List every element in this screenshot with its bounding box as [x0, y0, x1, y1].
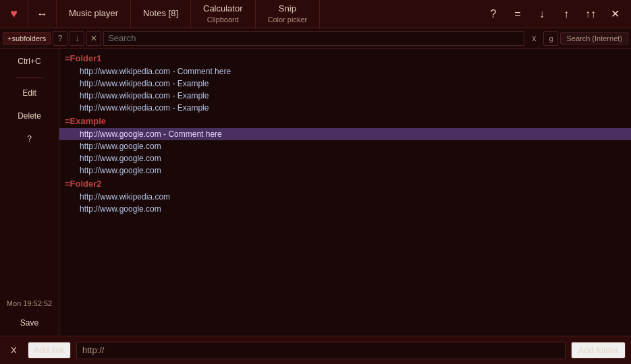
- up-up-icon[interactable]: ↑↑: [580, 3, 601, 25]
- tab-snip[interactable]: Snip Color picker: [256, 0, 321, 28]
- search-internet-button[interactable]: Search (Internet): [560, 32, 628, 44]
- list-item[interactable]: http://www.google.com: [59, 152, 631, 164]
- list-item[interactable]: http://www.google.com: [59, 203, 631, 215]
- subfolders-button[interactable]: +subfolders: [3, 32, 51, 44]
- search-input[interactable]: [103, 31, 524, 46]
- folder-header-example[interactable]: =Example: [59, 114, 631, 128]
- time-display: Mon 19:52:52: [7, 299, 52, 307]
- add-link-button[interactable]: Add link: [28, 342, 71, 359]
- list-item[interactable]: http://www.google.com: [59, 140, 631, 152]
- tab-calculator[interactable]: Calculator Clipboard: [191, 0, 256, 28]
- ctrl-c-button[interactable]: Ctrl+C: [15, 54, 43, 69]
- equals-icon[interactable]: =: [507, 3, 528, 25]
- sidebar-divider-1: [16, 77, 43, 78]
- tab-notes[interactable]: Notes [8]: [131, 0, 191, 28]
- folder-header-folder1[interactable]: =Folder1: [59, 51, 631, 65]
- url-input[interactable]: [76, 342, 566, 359]
- close-icon[interactable]: ✕: [604, 3, 626, 25]
- list-item[interactable]: http://www.google.com: [59, 164, 631, 177]
- up-icon[interactable]: ↑: [555, 3, 577, 25]
- search-bar: +subfolders ? ↓ ✕ x g Search (Internet): [0, 28, 631, 49]
- back-button[interactable]: ↔: [28, 0, 57, 28]
- help-button[interactable]: ?: [24, 131, 34, 146]
- folder-header-folder2[interactable]: =Folder2: [59, 177, 631, 191]
- main-area: Ctrl+C Edit Delete ? Mon 19:52:52 Save =…: [0, 49, 631, 336]
- heart-button[interactable]: ♥: [0, 0, 28, 28]
- top-nav: ♥ ↔ Music player Notes [8] Calculator Cl…: [0, 0, 631, 28]
- left-sidebar: Ctrl+C Edit Delete ? Mon 19:52:52 Save: [0, 49, 59, 336]
- tab-music-player[interactable]: Music player: [57, 0, 131, 28]
- list-item[interactable]: http://www.wikipedia.com: [59, 191, 631, 203]
- search-g-button[interactable]: g: [543, 31, 558, 46]
- list-item[interactable]: http://www.wikipedia.com - Comment here: [59, 65, 631, 78]
- delete-button[interactable]: Delete: [15, 109, 44, 123]
- save-button[interactable]: Save: [15, 315, 44, 330]
- help-icon[interactable]: ?: [483, 3, 504, 25]
- list-item[interactable]: http://www.wikipedia.com - Example: [59, 78, 631, 90]
- nav-tabs: Music player Notes [8] Calculator Clipbo…: [57, 0, 483, 28]
- list-item[interactable]: http://www.wikipedia.com - Example: [59, 102, 631, 114]
- list-item[interactable]: http://www.wikipedia.com - Example: [59, 90, 631, 102]
- bottom-x-button[interactable]: X: [5, 342, 22, 358]
- list-item[interactable]: http://www.google.com - Comment here: [59, 128, 631, 140]
- add-folder-button[interactable]: Add folder: [571, 342, 626, 359]
- nav-right-buttons: ? = ↓ ↑ ↑↑ ✕: [483, 3, 631, 25]
- bottom-bar: X Add link Add folder: [0, 336, 631, 364]
- edit-button[interactable]: Edit: [20, 86, 39, 100]
- search-clear-icon[interactable]: ✕: [86, 31, 101, 46]
- search-down-icon[interactable]: ↓: [70, 31, 84, 46]
- content-area: =Folder1 http://www.wikipedia.com - Comm…: [59, 49, 631, 336]
- search-help-icon[interactable]: ?: [53, 31, 67, 46]
- search-x-button[interactable]: x: [526, 31, 541, 46]
- down-icon[interactable]: ↓: [531, 3, 553, 25]
